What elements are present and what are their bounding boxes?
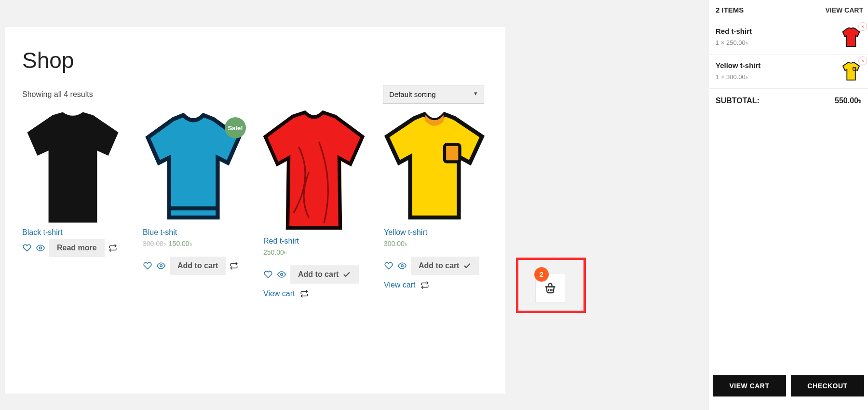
product-card: Red t-shirt 250.00৳ Add to cart View c <box>263 110 365 298</box>
add-to-cart-button[interactable]: Add to cart <box>411 257 479 275</box>
remove-item-button[interactable]: × <box>858 22 867 31</box>
product-card: Yellow t-shirt 300.00৳ Add to cart Vie <box>384 110 485 298</box>
mini-item-qty: 1 × 250.00৳ <box>716 39 841 47</box>
svg-rect-9 <box>853 68 855 70</box>
product-price: 300.00৳150.00৳ <box>143 240 244 248</box>
product-card: Black t-shirt Read more <box>22 110 123 298</box>
product-image[interactable] <box>22 110 123 225</box>
svg-point-5 <box>401 265 404 267</box>
basket-icon <box>543 281 557 295</box>
check-icon <box>463 261 472 270</box>
svg-point-0 <box>40 247 42 249</box>
product-title-link[interactable]: Blue t-shit <box>143 228 244 237</box>
remove-item-button[interactable]: × <box>858 56 867 65</box>
mini-cart-header: 2 ITEMS VIEW CART <box>709 0 868 20</box>
compare-icon[interactable] <box>300 289 309 298</box>
red-tshirt-icon <box>841 27 861 47</box>
black-tshirt-icon <box>22 110 123 225</box>
svg-rect-4 <box>445 145 460 162</box>
mini-cart: 2 ITEMS VIEW CART Red t-shirt 1 × 250.00… <box>709 0 868 410</box>
view-cart-link[interactable]: View cart <box>263 289 309 298</box>
svg-rect-1 <box>170 206 217 210</box>
subtotal-value: 550.00৳ <box>835 96 861 105</box>
check-icon <box>342 270 351 279</box>
add-to-cart-button[interactable]: Add to cart <box>290 265 359 284</box>
wishlist-icon[interactable] <box>143 261 152 271</box>
product-image[interactable] <box>263 110 365 234</box>
quickview-icon[interactable] <box>156 261 166 271</box>
wishlist-icon[interactable] <box>263 270 273 279</box>
product-price: 250.00৳ <box>263 248 365 257</box>
cart-count-badge: 2 <box>534 267 549 282</box>
product-actions: Add to cart <box>143 257 244 275</box>
results-count: Showing all 4 results <box>22 90 93 99</box>
yellow-tshirt-icon <box>841 62 861 81</box>
mini-item-thumb[interactable] <box>841 61 861 82</box>
compare-icon[interactable] <box>108 244 117 252</box>
add-to-cart-button[interactable]: Add to cart <box>170 257 226 275</box>
results-row: Showing all 4 results Default sorting <box>22 85 484 104</box>
mini-item-name[interactable]: Red t-shirt <box>716 27 841 35</box>
mini-item-qty: 1 × 300.00৳ <box>716 73 841 81</box>
product-actions: Add to cart <box>263 265 365 284</box>
sort-wrap: Default sorting <box>383 85 484 104</box>
subtotal-label: SUBTOTAL: <box>716 96 760 105</box>
product-price: 300.00৳ <box>384 240 485 248</box>
product-title-link[interactable]: Yellow t-shirt <box>384 228 485 237</box>
product-image[interactable] <box>384 110 485 225</box>
mini-item-thumb[interactable] <box>841 27 861 47</box>
product-title-link[interactable]: Black t-shirt <box>22 228 123 237</box>
mini-cart-actions: VIEW CART CHECKOUT <box>709 375 868 396</box>
svg-point-3 <box>281 273 283 276</box>
compare-icon[interactable] <box>230 261 238 270</box>
wishlist-icon[interactable] <box>22 243 32 253</box>
product-actions: Read more <box>22 239 123 257</box>
mini-item-name[interactable]: Yellow t-shirt <box>716 61 841 69</box>
shop-panel: Shop Showing all 4 results Default sorti… <box>5 27 505 394</box>
page-title: Shop <box>22 47 484 73</box>
mini-cart-item: Red t-shirt 1 × 250.00৳ × <box>709 20 868 55</box>
red-tshirt-icon <box>263 110 365 234</box>
sale-badge: Sale! <box>225 117 246 138</box>
compare-icon[interactable] <box>420 281 429 289</box>
quickview-icon[interactable] <box>397 261 407 271</box>
mini-cart-item: Yellow t-shirt 1 × 300.00৳ × <box>709 55 868 89</box>
product-title-link[interactable]: Red t-shirt <box>263 237 365 246</box>
read-more-button[interactable]: Read more <box>49 239 105 257</box>
mini-cart-subtotal: SUBTOTAL: 550.00৳ <box>709 89 868 113</box>
product-grid: Black t-shirt Read more Sa <box>22 110 484 298</box>
view-cart-button[interactable]: VIEW CART <box>713 375 786 396</box>
mini-cart-view-link[interactable]: VIEW CART <box>825 6 863 14</box>
view-cart-link[interactable]: View cart <box>384 281 429 289</box>
product-card: Sale! Blue t-shit 300.00৳150.00৳ <box>143 110 244 298</box>
quickview-icon[interactable] <box>277 270 286 279</box>
product-image[interactable]: Sale! <box>143 110 244 225</box>
mini-cart-items-count: 2 ITEMS <box>716 6 744 14</box>
checkout-button[interactable]: CHECKOUT <box>791 375 864 396</box>
product-actions: Add to cart <box>384 257 485 275</box>
sort-select[interactable]: Default sorting <box>383 85 484 104</box>
quickview-icon[interactable] <box>36 243 45 253</box>
yellow-tshirt-icon <box>384 110 485 225</box>
wishlist-icon[interactable] <box>384 261 393 271</box>
svg-point-2 <box>160 265 163 267</box>
